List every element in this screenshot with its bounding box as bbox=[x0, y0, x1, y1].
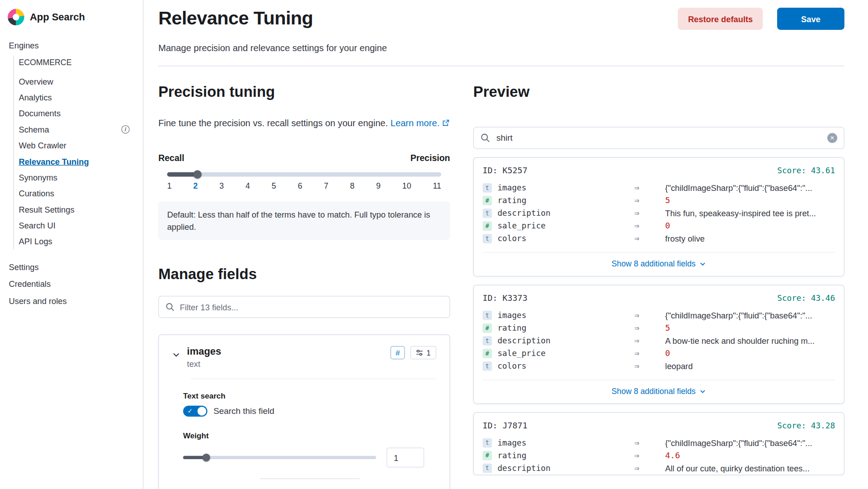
card-divider bbox=[191, 379, 436, 379]
sidebar-item-search-ui[interactable]: Search UI bbox=[19, 218, 143, 233]
field-value: 5 bbox=[665, 195, 835, 205]
external-link-icon bbox=[442, 119, 449, 126]
sidebar-item-schema[interactable]: Schema i bbox=[19, 121, 143, 137]
sidebar-item-credentials[interactable]: Credentials bbox=[9, 275, 143, 293]
chevron-down-icon[interactable] bbox=[172, 351, 180, 361]
weight-badge: 1 bbox=[410, 346, 436, 359]
tick-8[interactable]: 8 bbox=[350, 182, 354, 191]
precision-slider-ticks: 1 2 3 4 5 6 7 8 9 10 11 bbox=[167, 182, 441, 191]
field-name: images bbox=[187, 346, 222, 358]
number-type-icon: # bbox=[483, 323, 492, 333]
result-field-row: t colors ⇒ frosty olive bbox=[483, 232, 835, 245]
tick-10[interactable]: 10 bbox=[402, 182, 411, 191]
sidebar-item-api-logs[interactable]: API Logs bbox=[19, 233, 143, 249]
weight-slider-track[interactable] bbox=[183, 456, 376, 459]
learn-more-link[interactable]: Learn more. bbox=[391, 118, 449, 128]
tick-11[interactable]: 11 bbox=[433, 182, 441, 191]
show-additional-fields-button[interactable]: Show 8 additional fields bbox=[483, 252, 835, 275]
field-name: rating bbox=[497, 323, 634, 332]
field-value: {"childImageSharp":{"fluid":{"base64":".… bbox=[665, 311, 835, 320]
field-value: {"childImageSharp":{"fluid":{"base64":".… bbox=[665, 183, 835, 193]
tick-3[interactable]: 3 bbox=[219, 182, 224, 191]
page-header: Relevance Tuning Restore defaults Save bbox=[158, 7, 844, 30]
result-field-row: t description ⇒ This fun, speakeasy-insp… bbox=[483, 207, 835, 219]
header-divider bbox=[158, 66, 844, 66]
weight-slider-handle[interactable] bbox=[203, 454, 210, 461]
result-id: ID: K3373 bbox=[483, 293, 528, 303]
sidebar-item-curations[interactable]: Curations bbox=[19, 185, 143, 201]
result-field-row: # rating ⇒ 5 bbox=[483, 322, 835, 334]
number-type-icon: # bbox=[483, 221, 492, 231]
preview-heading: Preview bbox=[473, 83, 844, 101]
filter-fields-input[interactable] bbox=[179, 302, 443, 312]
result-field-row: t description ⇒ All of our cute, quirky … bbox=[483, 462, 835, 475]
maps-to-icon: ⇒ bbox=[634, 233, 665, 243]
maps-to-icon: ⇒ bbox=[634, 463, 665, 473]
save-button[interactable]: Save bbox=[777, 8, 844, 30]
numeric-field-badge: # bbox=[391, 346, 405, 359]
clear-search-button[interactable]: ✕ bbox=[827, 133, 837, 143]
elastic-logo-icon bbox=[8, 9, 24, 26]
result-field-row: # rating ⇒ 5 bbox=[483, 194, 835, 207]
sidebar-item-result-settings[interactable]: Result Settings bbox=[19, 201, 143, 217]
toggle-knob bbox=[198, 407, 207, 416]
restore-defaults-button[interactable]: Restore defaults bbox=[678, 8, 763, 30]
preview-result-card: ID: K3373 Score: 43.46 t images ⇒ {"chil… bbox=[473, 285, 844, 404]
field-name: colors bbox=[497, 361, 634, 370]
tick-4[interactable]: 4 bbox=[245, 182, 250, 191]
text-type-icon: t bbox=[483, 234, 492, 243]
field-value: A bow-tie neck and shoulder ruching m... bbox=[665, 336, 835, 346]
page-title: Relevance Tuning bbox=[158, 7, 313, 29]
tick-9[interactable]: 9 bbox=[376, 182, 381, 191]
precision-help-text: Default: Less than half of the terms hav… bbox=[158, 201, 450, 240]
weight-input[interactable] bbox=[387, 448, 424, 468]
sidebar-item-web-crawler[interactable]: Web Crawler bbox=[19, 138, 143, 153]
header-actions: Restore defaults Save bbox=[678, 8, 844, 30]
search-this-field-toggle[interactable]: ✓ bbox=[183, 406, 208, 417]
search-icon bbox=[481, 133, 490, 142]
sidebar-item-relevance-tuning[interactable]: Relevance Tuning bbox=[19, 153, 143, 169]
field-name: rating bbox=[497, 451, 634, 460]
result-field-row: # sale_price ⇒ 0 bbox=[483, 219, 835, 232]
precision-slider-track[interactable] bbox=[167, 172, 441, 177]
result-field-row: t description ⇒ A bow-tie neck and shoul… bbox=[483, 334, 835, 347]
search-icon bbox=[165, 303, 175, 312]
result-field-row: t images ⇒ {"childImageSharp":{"fluid":{… bbox=[483, 437, 835, 449]
sidebar-item-synonyms[interactable]: Synonyms bbox=[19, 170, 143, 185]
field-value: 0 bbox=[665, 221, 835, 231]
sidebar-item-users-and-roles[interactable]: Users and roles bbox=[9, 293, 143, 310]
tick-1[interactable]: 1 bbox=[167, 182, 172, 191]
tick-7[interactable]: 7 bbox=[324, 182, 328, 191]
result-field-row: t images ⇒ {"childImageSharp":{"fluid":{… bbox=[483, 181, 835, 194]
sidebar-item-ecommerce[interactable]: ECOMMERCE bbox=[19, 56, 143, 73]
tick-6[interactable]: 6 bbox=[298, 182, 302, 191]
show-additional-fields-button[interactable]: Show 8 additional fields bbox=[483, 380, 835, 403]
tick-5[interactable]: 5 bbox=[272, 182, 276, 191]
engines-heading[interactable]: Engines bbox=[0, 40, 143, 54]
maps-to-icon: ⇒ bbox=[634, 451, 665, 461]
maps-to-icon: ⇒ bbox=[634, 361, 665, 371]
sidebar-item-settings[interactable]: Settings bbox=[9, 258, 143, 275]
precision-description: Fine tune the precision vs. recall setti… bbox=[158, 116, 450, 130]
field-type: text bbox=[187, 360, 222, 369]
app-logo-row[interactable]: App Search bbox=[0, 5, 143, 40]
result-id: ID: K5257 bbox=[483, 166, 528, 176]
sidebar-item-documents[interactable]: Documents bbox=[19, 105, 143, 121]
field-name: rating bbox=[497, 196, 634, 205]
result-score: Score: 43.46 bbox=[777, 294, 835, 303]
sidebar-nav: Engines ECOMMERCE Overview Analytics Doc… bbox=[0, 40, 143, 310]
maps-to-icon: ⇒ bbox=[634, 348, 665, 358]
field-value: leopard bbox=[665, 361, 835, 371]
info-icon[interactable]: i bbox=[121, 125, 129, 133]
weight-label: Weight bbox=[183, 431, 436, 440]
precision-slider-handle[interactable] bbox=[193, 171, 201, 179]
sidebar-item-analytics[interactable]: Analytics bbox=[19, 90, 143, 105]
preview-search-input[interactable] bbox=[495, 132, 827, 143]
result-id: ID: J7871 bbox=[483, 420, 528, 430]
sidebar-item-overview[interactable]: Overview bbox=[19, 73, 143, 89]
result-field-row: t colors ⇒ leopard bbox=[483, 360, 835, 372]
number-type-icon: # bbox=[483, 196, 492, 205]
text-type-icon: t bbox=[483, 361, 492, 371]
tick-2[interactable]: 2 bbox=[193, 182, 198, 191]
field-name: description bbox=[497, 209, 634, 218]
